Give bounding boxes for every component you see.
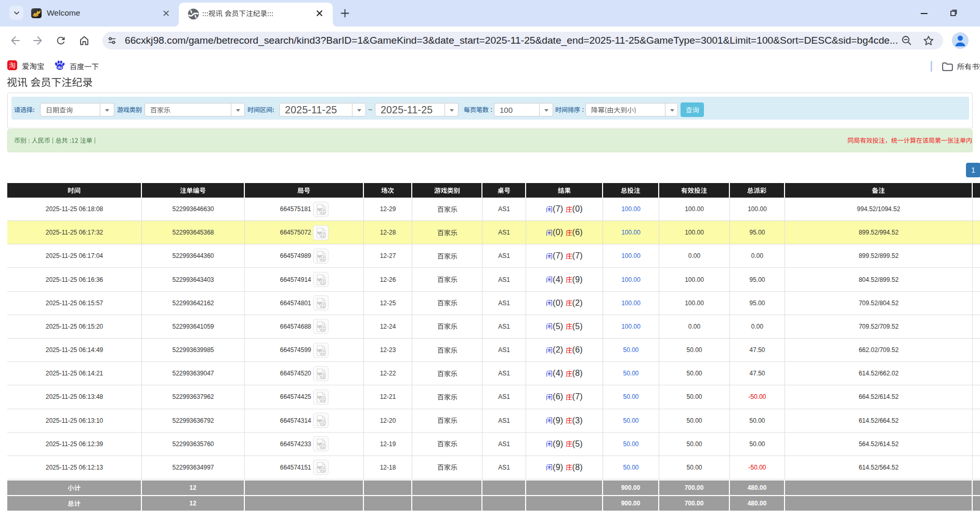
svg-text:du: du (57, 65, 62, 70)
